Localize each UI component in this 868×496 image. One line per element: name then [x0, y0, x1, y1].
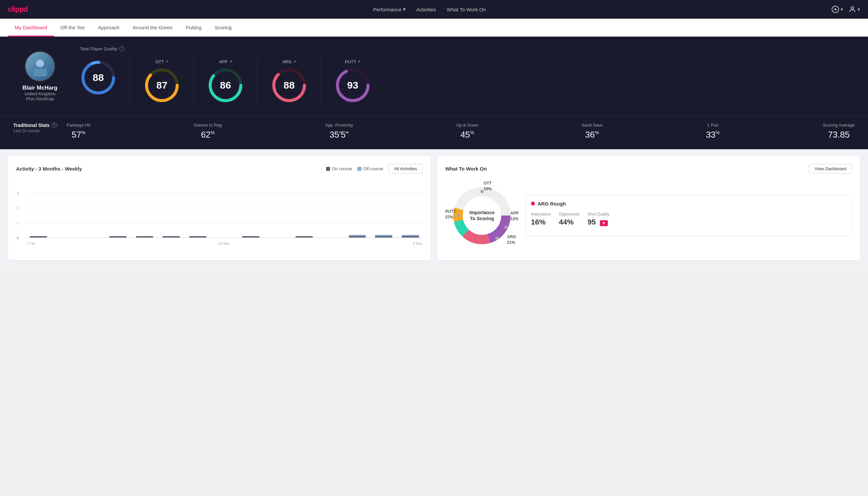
insight-dot [531, 202, 535, 205]
activity-card-title: Activity - 3 Months - Weekly [16, 166, 82, 172]
what-to-work-on-card: What To Work On View Dashboard [437, 156, 860, 260]
score-total: 88 [80, 57, 130, 106]
ann-ott: OTT 10% [484, 181, 492, 192]
stat-items: Fairways Hit 57% Greens In Reg 62% App. … [67, 123, 855, 140]
donut-ott: 87 [144, 67, 180, 104]
avatar [25, 51, 55, 81]
player-info: Blair McHarg United Kingdom Plus Handica… [13, 51, 67, 101]
score-putt-value: 93 [347, 80, 358, 91]
bar-group-14 [398, 179, 423, 237]
trend-icon-ott: ↗ [165, 60, 169, 64]
ann-app: APP 12% [510, 211, 519, 222]
stat-scoring-avg: Scoring Average 73.85 [823, 123, 855, 140]
help-icon[interactable]: ? [119, 46, 125, 51]
trend-icon-putt: ↗ [358, 60, 360, 64]
svg-point-26 [456, 214, 460, 217]
stat-fairways: Fairways Hit 57% [67, 123, 91, 140]
insight-shot-quality: Shot Quality 95 ▼ [587, 212, 609, 227]
legend-off-course: Off course [358, 166, 383, 171]
date-labels: 7 Feb 28 Mar 9 May [26, 242, 423, 246]
legend-dot-off [358, 167, 361, 171]
stat-sandsave: Sand Save 36% [582, 123, 603, 140]
player-handicap: Plus Handicap [26, 96, 54, 101]
chevron-down-icon: ▾ [858, 7, 860, 12]
scores-section: Total Player Quality ? 88 [80, 46, 855, 106]
view-dashboard-button[interactable]: View Dashboard [809, 164, 852, 173]
insight-importance: Importance 16% [531, 212, 551, 227]
legend-dot-on [326, 167, 330, 171]
score-putt: PUTT ↗ 93 [321, 57, 384, 106]
bar-group-12 [345, 179, 370, 237]
shot-quality-badge: ▼ [600, 220, 608, 226]
donut-putt: 93 [334, 67, 371, 104]
ann-arg: ARG 21% [507, 234, 516, 246]
wtwo-title: What To Work On [445, 166, 487, 172]
bars-container [26, 179, 423, 237]
score-arg-value: 88 [283, 80, 295, 91]
user-menu-button[interactable]: ▾ [848, 5, 860, 13]
stat-updown: Up & Down 45% [456, 123, 478, 140]
stat-gir: Greens In Reg 62% [194, 123, 222, 140]
hero-section: Blair McHarg United Kingdom Plus Handica… [0, 37, 868, 115]
bar-group-10 [292, 179, 316, 237]
bar-group-13 [372, 179, 396, 237]
legend-on-course: On course [326, 166, 352, 171]
stat-proximity: App. Proximity 35'5" [325, 123, 353, 140]
donut-arg: 88 [271, 67, 307, 104]
score-ott: OTT ↗ 87 [130, 57, 194, 106]
insight-opportunity: Opportunity 44% [559, 212, 580, 227]
insight-card: ARG Rough Importance 16% Opportunity 44%… [525, 195, 852, 236]
nav-links: Performance ▾ Activities What To Work On [373, 6, 486, 12]
score-arg: ARG ↗ 88 [257, 57, 321, 106]
cards-row: Activity - 3 Months - Weekly On course O… [0, 149, 868, 267]
tab-scoring[interactable]: Scoring [208, 19, 238, 37]
tab-off-the-tee[interactable]: Off the Tee [54, 19, 92, 37]
svg-point-25 [495, 236, 499, 240]
bar-group-3 [106, 179, 130, 237]
chevron-down-icon: ▾ [841, 7, 843, 12]
player-country: United Kingdom [25, 91, 56, 96]
add-button[interactable]: ▾ [831, 5, 843, 13]
svg-rect-6 [32, 66, 48, 76]
ann-putt: PUTT 57% [445, 209, 456, 220]
bar-group-9 [265, 179, 290, 237]
score-ott-value: 87 [156, 80, 167, 91]
stats-bar: Traditional Stats ? Last 20 rounds Fairw… [0, 115, 868, 149]
bar-group-6 [186, 179, 210, 237]
bar-group-4 [132, 179, 157, 237]
player-name: Blair McHarg [23, 84, 58, 91]
bar-group-0 [26, 179, 51, 237]
activity-card: Activity - 3 Months - Weekly On course O… [8, 156, 431, 260]
chevron-down-icon: ▾ [403, 6, 406, 12]
bar-group-2 [79, 179, 104, 237]
tab-around-the-green[interactable]: Around the Green [126, 19, 179, 37]
donut-center-label: ImportanceTo Scoring [469, 210, 494, 221]
score-app-value: 86 [220, 80, 231, 91]
bar-group-5 [159, 179, 184, 237]
bar-chart: 4 3 2 1 0 7 Feb 28 Mar 9 May [16, 179, 423, 246]
stats-subtitle: Last 20 rounds [13, 128, 67, 133]
score-cards: 88 OTT ↗ 87 [80, 57, 855, 106]
nav-performance[interactable]: Performance ▾ [373, 6, 406, 12]
bar-group-1 [53, 179, 77, 237]
donut-app: 86 [207, 67, 244, 104]
tab-putting[interactable]: Putting [179, 19, 208, 37]
nav-activities[interactable]: Activities [416, 7, 436, 12]
svg-point-24 [504, 226, 508, 229]
donut-total: 88 [80, 59, 116, 96]
brand-logo: clippd [8, 5, 28, 14]
score-app: APP ↗ 86 [194, 57, 257, 106]
tab-approach[interactable]: Approach [91, 19, 126, 37]
top-nav: clippd Performance ▾ Activities What To … [0, 0, 868, 19]
tab-my-dashboard[interactable]: My Dashboard [8, 19, 54, 37]
stat-1putt: 1 Putt 33% [706, 123, 720, 140]
insight-metrics: Importance 16% Opportunity 44% Shot Qual… [531, 212, 846, 227]
svg-point-3 [851, 7, 854, 9]
all-activities-button[interactable]: All Activities [388, 164, 423, 173]
total-quality-label: Total Player Quality ? [80, 46, 855, 51]
wtwo-donut-area: ImportanceTo Scoring OTT 10% APP 12% ARG… [445, 179, 519, 252]
trend-icon-app: ↗ [229, 60, 232, 64]
bar-group-8 [238, 179, 263, 237]
nav-what-to-work-on[interactable]: What To Work On [447, 7, 486, 12]
stats-help-icon[interactable]: ? [52, 123, 57, 128]
